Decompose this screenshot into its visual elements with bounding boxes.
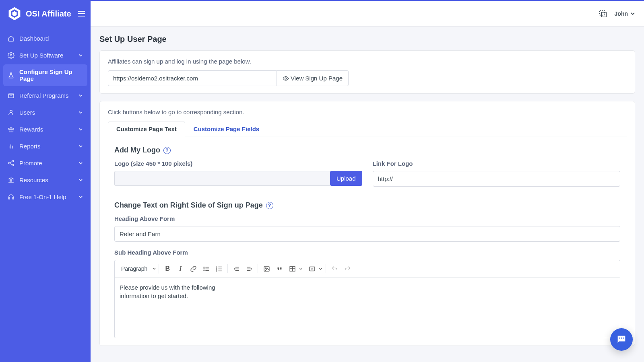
sidebar-item-dashboard[interactable]: Dashboard — [3, 31, 87, 46]
sidebar-item-users[interactable]: Users — [3, 105, 87, 120]
indent-button[interactable] — [243, 263, 255, 275]
home-icon — [7, 35, 14, 42]
sidebar-item-label: Users — [19, 109, 74, 116]
svg-rect-19 — [8, 197, 10, 199]
tab-customize-fields[interactable]: Customize Page Fields — [185, 121, 268, 136]
sidebar-item-set-up-software[interactable]: Set Up Software — [3, 47, 87, 63]
image-button[interactable] — [260, 263, 272, 275]
gear-icon — [7, 51, 14, 59]
topbar: John — [91, 1, 644, 27]
flask-icon — [7, 72, 14, 79]
svg-point-6 — [10, 54, 12, 56]
svg-rect-50 — [623, 337, 624, 338]
sidebar-item-promote[interactable]: Promote — [3, 155, 87, 171]
heading-input[interactable] — [114, 226, 620, 242]
bank-icon — [7, 176, 14, 183]
bullet-list-button[interactable] — [200, 263, 212, 275]
table-button[interactable] — [286, 263, 298, 275]
store-icon — [7, 92, 14, 99]
editor-content[interactable]: Please provide us with the following inf… — [115, 278, 620, 338]
svg-rect-22 — [599, 10, 604, 15]
logo-link-input[interactable] — [373, 171, 621, 187]
gift-icon — [7, 125, 14, 133]
sidebar-item-referral-programs[interactable]: Referral Programs — [3, 88, 87, 103]
chevron-down-icon — [630, 11, 635, 16]
chevron-down-icon — [78, 195, 83, 199]
section-hint: Click buttons below to go to correspondi… — [108, 109, 627, 115]
svg-point-14 — [12, 160, 13, 162]
help-icon[interactable]: ? — [163, 147, 171, 154]
sidebar-item-label: Configure Sign Up Page — [19, 68, 83, 82]
chevron-down-icon — [78, 178, 83, 182]
chevron-down-icon — [78, 161, 83, 165]
svg-point-43 — [265, 267, 266, 269]
view-signup-button[interactable]: View Sign Up Page — [277, 70, 349, 86]
chevron-down-icon — [78, 53, 83, 58]
link-for-logo-label: Link For Logo — [373, 160, 621, 167]
chevron-down-icon — [78, 110, 83, 115]
add-logo-title: Add My Logo ? — [108, 146, 627, 154]
redo-button[interactable] — [341, 263, 353, 275]
blockquote-button[interactable] — [273, 263, 285, 275]
svg-rect-20 — [12, 197, 14, 199]
paragraph-select[interactable]: Paragraph — [118, 264, 151, 274]
chevron-down-icon — [78, 144, 83, 148]
svg-rect-41 — [247, 270, 250, 271]
tab-customize-text[interactable]: Customize Page Text — [108, 121, 185, 136]
link-button[interactable] — [187, 263, 199, 275]
svg-point-23 — [285, 78, 287, 79]
user-icon — [7, 109, 14, 116]
sidebar-item-label: Set Up Software — [19, 52, 74, 59]
svg-point-25 — [203, 268, 204, 269]
sidebar-item-configure-sign-up-page[interactable]: Configure Sign Up Page — [3, 64, 87, 86]
sidebar-item-label: Rewards — [19, 126, 74, 133]
media-button[interactable] — [306, 263, 318, 275]
sidebar-item-label: Free 1-On-1 Help — [19, 193, 74, 200]
svg-rect-38 — [235, 270, 239, 271]
svg-point-26 — [203, 270, 204, 271]
svg-text:1: 1 — [216, 266, 217, 268]
headset-icon — [7, 193, 14, 200]
svg-rect-33 — [218, 266, 222, 267]
svg-point-24 — [203, 266, 204, 267]
svg-line-18 — [10, 163, 12, 165]
chart-icon — [7, 142, 14, 150]
chat-fab[interactable] — [610, 328, 633, 351]
svg-rect-28 — [205, 268, 209, 269]
undo-button[interactable] — [328, 263, 341, 275]
chevron-down-icon — [319, 267, 322, 271]
sidebar-item-free-1-on-1-help[interactable]: Free 1-On-1 Help — [3, 189, 87, 204]
nav: DashboardSet Up SoftwareConfigure Sign U… — [0, 27, 91, 206]
svg-point-7 — [10, 110, 12, 112]
chevron-down-icon — [78, 93, 83, 98]
sidebar-item-resources[interactable]: Resources — [3, 172, 87, 187]
user-menu[interactable]: John — [615, 10, 635, 17]
content: Set Up User Page Affiliates can sign up … — [91, 27, 644, 362]
help-icon[interactable]: ? — [266, 202, 273, 209]
outdent-button[interactable] — [230, 263, 242, 275]
chevron-down-icon — [78, 127, 83, 132]
heading-label: Heading Above Form — [114, 215, 620, 222]
svg-rect-36 — [235, 267, 239, 267]
italic-button[interactable]: I — [174, 263, 186, 275]
change-text-title: Change Text on Right Side of Sign up Pag… — [108, 201, 627, 210]
rich-text-editor: Paragraph B I 123 — [114, 260, 620, 338]
sidebar-item-rewards[interactable]: Rewards — [3, 121, 87, 137]
svg-rect-42 — [264, 266, 269, 271]
sidebar-item-label: Referral Programs — [19, 92, 74, 99]
sidebar-item-reports[interactable]: Reports — [3, 138, 87, 154]
signup-url-input[interactable] — [108, 70, 277, 86]
devices-icon[interactable] — [599, 9, 607, 18]
svg-point-15 — [8, 162, 10, 164]
bold-button[interactable]: B — [161, 263, 173, 275]
chevron-down-icon — [152, 267, 156, 271]
svg-rect-29 — [205, 270, 209, 271]
eye-icon — [283, 75, 289, 82]
number-list-button[interactable]: 123 — [213, 263, 225, 275]
upload-button[interactable]: Upload — [330, 171, 362, 186]
svg-rect-27 — [205, 267, 209, 267]
editor-toolbar: Paragraph B I 123 — [115, 260, 620, 278]
logo-file-input[interactable] — [114, 171, 330, 186]
menu-toggle-icon[interactable] — [78, 11, 85, 16]
customize-card: Click buttons below to go to correspondi… — [99, 101, 635, 346]
